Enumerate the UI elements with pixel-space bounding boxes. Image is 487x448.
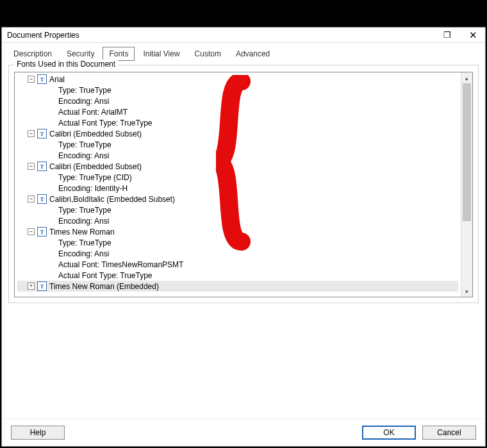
scroll-track[interactable] [461,83,472,286]
font-detail: Actual Font Type: TrueType [17,117,458,128]
scroll-thumb[interactable] [463,83,471,221]
restore-icon[interactable]: ❐ [440,29,454,42]
font-node[interactable]: −TCalibri (Embedded Subset) [17,161,458,172]
tab-strip: Description Security Fonts Initial View … [2,43,485,61]
font-detail: Type: TrueType [17,237,458,248]
font-detail: Encoding: Identity-H [17,183,458,194]
font-tree-host: −TArialType: TrueTypeEncoding: AnsiActua… [14,72,473,297]
cancel-button[interactable]: Cancel [422,426,476,440]
font-tree[interactable]: −TArialType: TrueTypeEncoding: AnsiActua… [15,72,461,297]
font-detail: Type: TrueType [17,204,458,215]
font-detail: Actual Font: TimesNewRomanPSMT [17,259,458,270]
font-detail: Encoding: Ansi [17,95,458,106]
font-node[interactable]: −TArial [17,74,458,85]
expand-icon[interactable]: + [28,283,35,290]
font-detail: Encoding: Ansi [17,248,458,259]
collapse-icon[interactable]: − [28,195,35,203]
tab-custom[interactable]: Custom [188,47,227,61]
scroll-up-icon[interactable]: ▴ [461,72,472,83]
tab-initial-view[interactable]: Initial View [136,47,186,61]
spacer [71,426,356,440]
font-file-icon: T [37,227,47,236]
tab-security[interactable]: Security [60,47,101,61]
close-icon[interactable]: ✕ [466,29,480,42]
collapse-icon[interactable]: − [28,76,35,83]
vertical-scrollbar[interactable]: ▴ ▾ [461,72,472,297]
font-detail: Encoding: Ansi [17,150,458,161]
document-properties-dialog: Document Properties ❐ ✕ Description Secu… [1,27,486,447]
collapse-icon[interactable]: − [28,163,35,170]
font-file-icon: T [37,74,47,84]
font-name-label: Calibri (Embedded Subset) [49,129,142,138]
scroll-down-icon[interactable]: ▾ [461,286,472,297]
font-node[interactable]: +TTimes New Roman (Embedded) [17,281,458,292]
collapse-icon[interactable]: − [28,228,35,235]
button-bar: Help OK Cancel [2,419,485,446]
dialog-title: Document Properties [7,31,440,40]
font-name-label: Calibri (Embedded Subset) [49,162,142,171]
tab-fonts[interactable]: Fonts [103,47,135,61]
fonts-group: Fonts Used in this Document −TArialType:… [8,65,479,303]
font-detail: Encoding: Ansi [17,215,458,226]
tab-description[interactable]: Description [7,47,58,61]
font-detail: Actual Font Type: TrueType [17,270,458,281]
group-label: Fonts Used in this Document [14,60,118,69]
font-node[interactable]: −TCalibri (Embedded Subset) [17,128,458,139]
collapse-icon[interactable]: − [28,130,35,137]
font-node[interactable]: −TTimes New Roman [17,226,458,237]
font-detail: Type: TrueType [17,139,458,150]
tab-advanced[interactable]: Advanced [229,47,276,61]
font-name-label: Times New Roman (Embedded) [49,282,159,291]
titlebar: Document Properties ❐ ✕ [2,28,485,43]
font-file-icon: T [37,162,47,171]
font-name-label: Times New Roman [49,228,115,236]
font-file-icon: T [37,129,47,138]
font-name-label: Arial [49,75,65,84]
ok-button[interactable]: OK [362,426,416,440]
font-node[interactable]: −TCalibri,BoldItalic (Embedded Subset) [17,194,458,204]
font-detail: Actual Font: ArialMT [17,106,458,117]
font-file-icon: T [37,194,47,204]
font-name-label: Calibri,BoldItalic (Embedded Subset) [49,195,175,204]
font-file-icon: T [37,281,47,291]
font-detail: Type: TrueType [17,85,458,95]
help-button[interactable]: Help [11,426,65,440]
font-detail: Type: TrueType (CID) [17,172,458,183]
